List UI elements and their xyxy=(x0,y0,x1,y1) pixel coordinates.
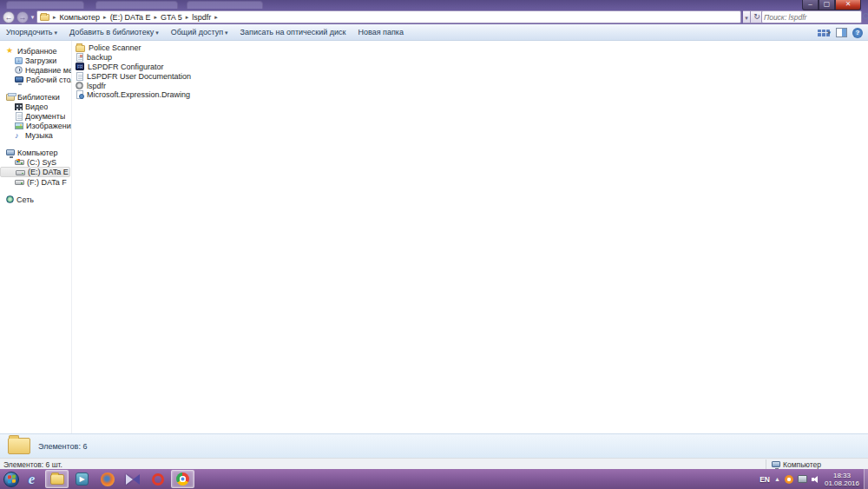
preview-pane-button[interactable] xyxy=(836,28,847,37)
sidebar-item-drive-e-selected[interactable]: (E:) DATa E xyxy=(0,167,70,177)
sidebar-item-documents[interactable]: Документы xyxy=(0,111,71,121)
taskbar-internet-explorer[interactable]: e xyxy=(20,470,43,488)
status-bar: Элементов: 6 шт. Компьютер xyxy=(0,458,868,469)
breadcrumb-drive[interactable]: (E:) DATa E xyxy=(108,13,153,22)
breadcrumb-gta5[interactable]: GTA 5 xyxy=(159,13,184,22)
add-to-library-button[interactable]: Добавить в библиотеку xyxy=(63,26,165,38)
explorer-folder-icon xyxy=(50,474,64,485)
libraries-icon xyxy=(6,94,15,101)
breadcrumb-computer[interactable]: Компьютер xyxy=(58,13,102,22)
music-note-icon: ♪ xyxy=(15,131,23,140)
breadcrumb-separator: ▸ xyxy=(152,14,159,21)
file-row-lspdfr-configurator[interactable]: LSPDFR Configurator xyxy=(76,63,275,72)
help-button[interactable]: ? xyxy=(852,28,863,38)
sidebar-item-drive-c[interactable]: (C:) SyS xyxy=(0,157,71,167)
sidebar-item-recent-places[interactable]: Недавние места xyxy=(0,65,71,75)
taskbar-windows-explorer[interactable] xyxy=(45,470,69,488)
sidebar-item-label: Видео xyxy=(25,102,48,111)
firefox-icon xyxy=(101,472,115,486)
taskbar-firefox[interactable] xyxy=(95,470,119,488)
show-hidden-icons-button[interactable]: ▲ xyxy=(774,476,780,482)
details-pane: Элементов: 6 xyxy=(0,433,868,458)
taskbar-media-player[interactable]: ▶ xyxy=(70,470,94,488)
sidebar-group-network[interactable]: Сеть xyxy=(0,195,71,204)
document-icon xyxy=(16,112,23,121)
forward-button[interactable]: → xyxy=(16,11,29,23)
items-count-label: Элементов: 6 xyxy=(38,442,87,451)
network-tray-icon[interactable] xyxy=(798,475,807,483)
address-folder-icon xyxy=(40,14,49,21)
taskbar-kmplayer[interactable] xyxy=(121,470,144,488)
drive-icon xyxy=(15,180,24,185)
drive-icon xyxy=(16,170,25,175)
file-name: LSPDFR Configurator xyxy=(88,63,164,71)
sidebar-item-label: Недавние места xyxy=(25,66,71,75)
address-bar[interactable]: ▸ Компьютер ▸ (E:) DATa E ▸ GTA 5 ▸ lspd… xyxy=(36,10,741,23)
window-titlebar: ← → ▾ ▸ Компьютер ▸ (E:) DATa E ▸ GTA 5 … xyxy=(0,0,868,24)
start-button[interactable] xyxy=(3,472,19,487)
sidebar-group-label: Компьютер xyxy=(17,149,58,157)
language-indicator[interactable]: EN xyxy=(760,475,770,484)
downloads-icon xyxy=(15,57,23,64)
taskbar: e ▶ xyxy=(0,469,868,489)
close-button[interactable]: ✕ xyxy=(835,0,861,10)
sidebar-item-label: Документы xyxy=(25,112,65,121)
new-folder-button[interactable]: Новая папка xyxy=(352,26,409,38)
file-row-lspdfr[interactable]: lspdfr xyxy=(76,81,275,90)
sidebar-item-label: Рабочий стол xyxy=(26,76,71,84)
sidebar-item-label: (F:) DATa F xyxy=(27,178,67,187)
clock[interactable]: 18:33 01.08.2016 xyxy=(825,472,859,487)
taskbar-opera[interactable] xyxy=(146,470,169,488)
sidebar-item-music[interactable]: ♪ Музыка xyxy=(0,130,71,140)
show-desktop-button[interactable] xyxy=(864,469,868,489)
folder-preview-icon xyxy=(8,438,30,454)
breadcrumb-separator: ▸ xyxy=(102,14,108,21)
system-drive-icon xyxy=(15,160,24,165)
windows-flag-icon xyxy=(8,475,16,484)
sidebar-item-videos[interactable]: Видео xyxy=(0,102,71,111)
taskbar-chrome[interactable] xyxy=(171,470,194,488)
tray-app-icon[interactable] xyxy=(785,475,793,484)
sidebar-item-drive-f[interactable]: (F:) DATa F xyxy=(0,177,71,187)
document-icon xyxy=(76,53,83,62)
burn-disc-button[interactable]: Записать на оптический диск xyxy=(234,26,352,38)
background-browser-tabs xyxy=(0,0,746,9)
command-toolbar: Упорядочить Добавить в библиотеку Общий … xyxy=(0,24,868,41)
media-player-icon: ▶ xyxy=(76,472,89,486)
background-tab xyxy=(187,1,263,9)
back-button[interactable]: ← xyxy=(3,11,15,23)
chrome-icon xyxy=(176,472,189,486)
sidebar-item-downloads[interactable]: Загрузки xyxy=(0,56,71,65)
date-label: 01.08.2016 xyxy=(825,479,859,487)
sidebar-group-computer[interactable]: Компьютер xyxy=(0,148,71,157)
sidebar-group-favorites[interactable]: ★ Избранное xyxy=(0,46,71,56)
sidebar-item-desktop[interactable]: Рабочий стол xyxy=(0,75,71,84)
share-button[interactable]: Общий доступ xyxy=(165,26,234,38)
computer-icon xyxy=(6,149,15,155)
file-row-backup[interactable]: backup xyxy=(76,53,275,63)
file-row-police-scanner[interactable]: Police Scanner xyxy=(76,43,275,53)
sidebar-item-pictures[interactable]: Изображения xyxy=(0,121,71,130)
recent-pages-dropdown[interactable]: ▾ xyxy=(29,14,36,21)
file-name: lspdfr xyxy=(87,82,106,90)
file-name: backup xyxy=(87,53,112,62)
monitor-icon xyxy=(15,76,23,83)
sidebar-group-libraries[interactable]: Библиотеки xyxy=(0,92,71,102)
minimize-button[interactable]: – xyxy=(802,0,819,10)
breadcrumb-lspdfr[interactable]: lspdfr xyxy=(190,13,213,22)
internet-explorer-icon: e xyxy=(29,471,36,488)
sidebar-item-label: (C:) SyS xyxy=(27,158,56,167)
search-input[interactable] xyxy=(762,13,863,22)
search-box[interactable] xyxy=(761,10,862,23)
change-view-button[interactable]: ▾ xyxy=(818,28,831,37)
file-row-microsoft-expression-drawing[interactable]: Microsoft.Expression.Drawing xyxy=(76,90,275,100)
folder-icon xyxy=(76,45,85,52)
clock-icon xyxy=(15,66,23,74)
system-tray: EN ▲ 18:33 01.08.2016 xyxy=(760,469,859,489)
chevron-down-icon: ▾ xyxy=(827,30,831,36)
maximize-button[interactable]: ▢ xyxy=(819,0,835,10)
file-row-lspdfr-user-documentation[interactable]: LSPDFR User Documentation xyxy=(76,71,275,81)
address-history-dropdown[interactable]: ▾ xyxy=(743,10,751,23)
organize-button[interactable]: Упорядочить xyxy=(0,26,63,38)
volume-icon[interactable] xyxy=(812,475,820,484)
